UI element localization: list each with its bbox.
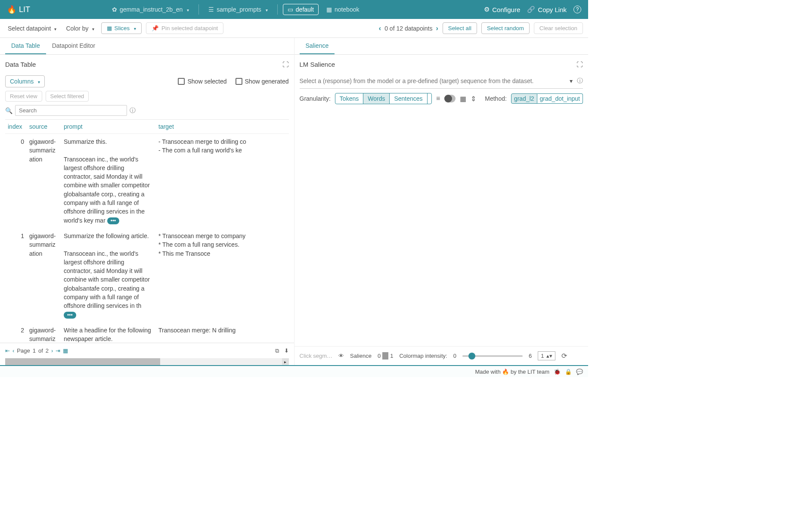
table-row[interactable]: 1gigaword​-summari​zationSummarize the f… [5,228,289,322]
header-center: ✿ gemma_instruct_2b_en ☰ sample_prompts … [108,4,363,15]
split-icon[interactable]: ⇕ [471,95,476,103]
grid-icon: ▦ [326,6,332,13]
scroll-right-arrow[interactable]: ▸ [282,358,289,365]
prev-button[interactable]: ‹ [379,25,381,32]
gran-lines[interactable]: Lines [428,93,432,104]
download-icon[interactable]: ⬇ [284,347,289,354]
select-all-button[interactable]: Select all [443,22,477,34]
layout-default[interactable]: ▭ default [283,4,319,15]
show-generated-checkbox[interactable]: Show generated [236,78,289,85]
page-current: 1 [33,347,36,354]
pin-icon: 📌 [152,25,159,31]
reset-icon[interactable]: ⟳ [561,352,567,360]
table-wrap: index source prompt target 0gigaword​-su… [5,119,289,343]
next-page-button[interactable]: › [51,347,53,354]
configure-button[interactable]: ⚙ Configure [484,6,520,13]
th-prompt[interactable]: prompt [61,120,156,134]
select-random-button[interactable]: Select random [481,22,530,34]
feedback-icon[interactable]: 💬 [576,369,583,375]
more-icon[interactable]: ••• [107,217,120,224]
th-index[interactable]: index [5,120,27,134]
cell-index: 0 [5,134,27,228]
model-dropdown[interactable]: ✿ gemma_instruct_2b_en [108,4,193,15]
tab-data-table[interactable]: Data Table [5,38,46,54]
show-selected-checkbox[interactable]: Show selected [178,78,226,85]
right-tabs: Salience [294,38,589,55]
copy-link-button[interactable]: 🔗 Copy Link [527,6,567,13]
help-icon[interactable]: ⓘ [577,77,583,85]
more-icon[interactable]: ••• [64,312,76,319]
grid-view-icon[interactable]: ▦ [460,95,466,103]
table-scroll[interactable]: index source prompt target 0gigaword​-su… [5,120,289,343]
search-input[interactable] [15,105,127,116]
gran-tokens[interactable]: Tokens [335,93,363,104]
pin-button[interactable]: 📌 Pin selected datapoint [146,22,223,34]
method-grad-l2[interactable]: grad_l2 [511,93,537,104]
th-source[interactable]: source [27,120,61,134]
next-button[interactable]: › [436,25,438,32]
salience-body [294,108,589,346]
dt-search-row: 🔍 ⓘ [0,105,294,119]
gran-words[interactable]: Words [363,93,390,104]
last-page-button[interactable]: ⇥ [56,347,60,354]
dataset-dropdown[interactable]: ☰ sample_prompts [204,4,272,15]
first-page-button[interactable]: ⇤ [5,347,10,354]
table-row[interactable]: 2gigaword​-summari​zationWrite a headlin… [5,322,289,343]
cell-prompt: Summarize the following article. Transoc… [61,228,156,322]
slices-button[interactable]: ▦ Slices [101,22,142,34]
expand-icon[interactable]: ⛶ [282,61,289,68]
fire-icon: 🔥 [7,5,16,14]
select-filtered-button[interactable]: Select filtered [46,91,89,102]
density-icon[interactable]: ≡ [436,95,440,102]
chevron-down-icon [132,25,136,31]
intensity-spinbox[interactable]: 1▴▾ [538,351,555,360]
tab-salience[interactable]: Salience [300,38,335,54]
toolbar: Select datapoint Color by ▦ Slices 📌 Pin… [0,19,588,38]
expand-icon[interactable]: ⛶ [576,61,583,68]
color-by-dropdown[interactable]: Color by [63,23,96,34]
slider-thumb[interactable] [468,353,475,360]
main: Data Table Datapoint Editor Data Table ⛶… [0,38,588,365]
privacy-icon[interactable]: 🔒 [565,369,572,375]
eye-icon[interactable]: 👁 [338,353,344,359]
dropdown-arrow-icon[interactable]: ▾ [570,77,573,84]
method-grad-dot[interactable]: grad_dot_input [537,93,583,104]
gran-sentences[interactable]: Sentences [390,93,427,104]
view-toggle[interactable] [444,95,456,102]
table-row[interactable]: 0gigaword​-summari​zationSummarize this.… [5,134,289,228]
bug-icon[interactable]: 🐞 [554,369,561,375]
cell-target: Transocean merge: N drilling [156,322,289,343]
app-name: LIT [19,5,30,14]
cell-target: - Transocean merge to drilling co - The … [156,134,289,228]
legend-min: 0 [378,353,381,359]
copy-icon[interactable]: ⧉ [275,347,279,354]
select-datapoint-dropdown[interactable]: Select datapoint [5,23,59,34]
scrollbar-thumb[interactable] [5,358,160,365]
page-of: of [38,347,43,354]
sequence-select-input[interactable] [300,77,570,84]
data-table-header: Data Table ⛶ [0,55,294,74]
dt-controls-row1: Columns Show selected Show generated [0,74,294,91]
horizontal-scrollbar[interactable]: ▸ [5,358,289,365]
th-target[interactable]: target [156,120,289,134]
layout-notebook[interactable]: ▦ notebook [322,4,364,15]
salience-select-row: ▾ ⓘ [300,74,583,89]
tab-datapoint-editor[interactable]: Datapoint Editor [46,38,101,54]
cell-source: gigaword​-summari​zation [27,134,61,228]
columns-button[interactable]: Columns [5,75,45,87]
page-total: 2 [46,347,49,354]
colormap-slider[interactable] [462,355,523,357]
chevron-down-icon [53,25,56,32]
chevron-down-icon [185,6,189,13]
left-pane: Data Table Datapoint Editor Data Table ⛶… [0,38,294,365]
page-footer: Made with 🔥 by the LIT team 🐞 🔒 💬 [0,365,588,377]
help-icon[interactable]: ? [573,6,581,13]
granularity-segments: Tokens Words Sentences Lines ¶ [335,93,432,104]
colormap-min: 0 [453,353,456,359]
clear-selection-button[interactable]: Clear selection [534,22,583,34]
reset-view-button[interactable]: Reset view [5,91,42,102]
cell-source: gigaword​-summari​zation [27,322,61,343]
help-icon[interactable]: ⓘ [130,107,136,115]
prev-page-button[interactable]: ‹ [12,347,14,354]
export-button[interactable]: ▦ [63,347,68,354]
